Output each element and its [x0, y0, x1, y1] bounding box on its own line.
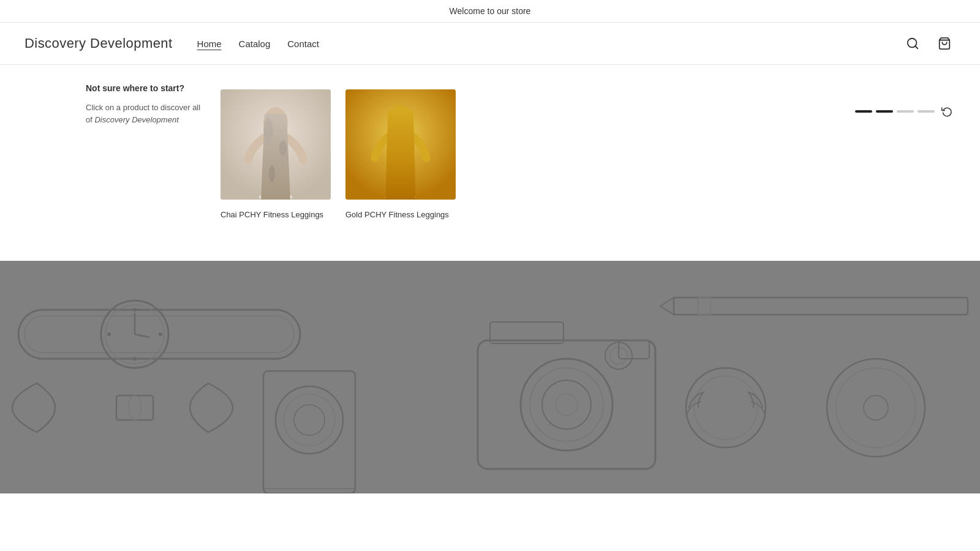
- products-grid: Chai PCHY Fitness Leggings: [221, 83, 894, 242]
- sidebar-brand: Discovery Development: [94, 115, 178, 124]
- slider-controls: [855, 103, 956, 120]
- svg-rect-3: [221, 89, 331, 200]
- announcement-text: Welcome to our store: [450, 6, 531, 16]
- chai-product-svg: [221, 89, 331, 200]
- slider-reset-button[interactable]: [938, 103, 956, 120]
- product-img-gold-visual: [345, 89, 456, 200]
- svg-point-14: [404, 154, 409, 159]
- product-image-chai: [221, 89, 331, 200]
- svg-point-9: [259, 194, 274, 200]
- cart-icon: [938, 37, 951, 50]
- svg-point-16: [385, 194, 399, 200]
- gold-product-svg: [345, 89, 456, 200]
- header: Discovery Development Home Catalog Conta…: [0, 23, 980, 65]
- footer-illustration: [0, 261, 980, 493]
- svg-point-6: [265, 165, 272, 173]
- svg-point-26: [133, 357, 137, 361]
- slider-dot-3[interactable]: [897, 110, 914, 113]
- cart-button[interactable]: [933, 32, 956, 54]
- sidebar-description: Click on a product to discover all of Di…: [86, 102, 208, 126]
- svg-point-8: [270, 182, 275, 187]
- svg-point-15: [391, 170, 395, 174]
- svg-point-7: [280, 175, 286, 181]
- reset-icon: [941, 106, 952, 117]
- nav-catalog[interactable]: Catalog: [239, 39, 271, 49]
- product-image-gold: [345, 89, 456, 200]
- footer-illustration-svg: [0, 261, 980, 493]
- slider-dot-1[interactable]: [855, 110, 872, 113]
- svg-point-28: [159, 332, 162, 336]
- svg-point-25: [133, 308, 137, 312]
- search-button[interactable]: [902, 32, 924, 54]
- slider-dot-2[interactable]: [876, 110, 893, 113]
- product-img-chai-visual: [221, 89, 331, 200]
- svg-rect-5: [263, 135, 288, 160]
- svg-point-27: [107, 332, 111, 336]
- product-card-gold[interactable]: Gold PCHY Fitness Leggings: [345, 89, 456, 220]
- svg-point-10: [277, 194, 292, 200]
- main-nav: Home Catalog Contact: [197, 39, 902, 49]
- product-card-chai[interactable]: Chai PCHY Fitness Leggings: [221, 89, 331, 220]
- svg-rect-18: [0, 261, 980, 493]
- slider-dot-4[interactable]: [918, 110, 935, 113]
- svg-point-17: [402, 194, 416, 200]
- header-actions: [902, 32, 956, 54]
- product-name-chai: Chai PCHY Fitness Leggings: [221, 209, 331, 220]
- announcement-bar: Welcome to our store: [0, 0, 980, 23]
- sidebar-heading: Not sure where to start?: [86, 83, 208, 93]
- svg-rect-13: [390, 132, 412, 151]
- product-name-gold: Gold PCHY Fitness Leggings: [345, 209, 456, 220]
- site-logo[interactable]: Discovery Development: [24, 36, 173, 51]
- nav-home[interactable]: Home: [197, 39, 222, 49]
- main-content: Not sure where to start? Click on a prod…: [61, 65, 919, 261]
- sidebar: Not sure where to start? Click on a prod…: [86, 83, 221, 242]
- svg-line-1: [915, 46, 918, 48]
- svg-point-4: [263, 107, 288, 139]
- svg-point-12: [389, 105, 412, 135]
- page-wrapper: Welcome to our store Discovery Developme…: [0, 0, 980, 493]
- nav-contact[interactable]: Contact: [287, 39, 319, 49]
- search-icon: [906, 37, 919, 50]
